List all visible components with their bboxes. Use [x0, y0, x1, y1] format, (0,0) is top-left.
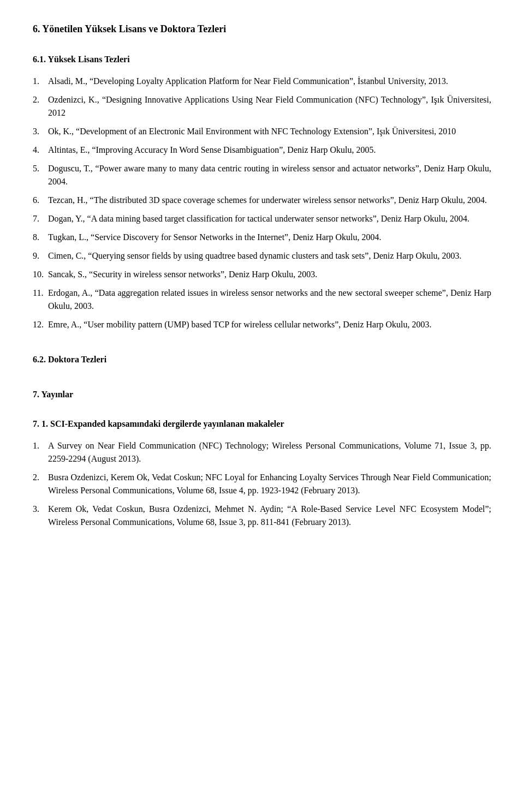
publication-item: 1.A Survey on Near Field Communication (…	[33, 439, 491, 465]
publication-num: 1.	[33, 439, 48, 465]
thesis-num: 4.	[33, 144, 48, 157]
thesis-num: 5.	[33, 162, 48, 188]
publication-num: 3.	[33, 503, 48, 529]
thesis-text: Cimen, C., “Querying sensor fields by us…	[48, 249, 491, 262]
thesis-text: Tezcan, H., “The distributed 3D space co…	[48, 194, 491, 207]
thesis-num: 6.	[33, 194, 48, 207]
thesis-num: 7.	[33, 212, 48, 225]
publication-item: 3.Kerem Ok, Vedat Coskun, Busra Ozdenizc…	[33, 503, 491, 529]
thesis-num: 9.	[33, 249, 48, 262]
thesis-text: Ozdenizci, K., “Designing Innovative App…	[48, 93, 491, 120]
section6-2-title: 6.2. Doktora Tezleri	[33, 353, 491, 366]
thesis-num: 2.	[33, 93, 48, 120]
thesis-item: 4.Altintas, E., “Improving Accuracy In W…	[33, 144, 491, 157]
publication-text: Kerem Ok, Vedat Coskun, Busra Ozdenizci,…	[48, 503, 491, 529]
thesis-item: 12.Emre, A., “User mobility pattern (UMP…	[33, 318, 491, 331]
section6-1-title: 6.1. Yüksek Lisans Tezleri	[33, 53, 491, 66]
thesis-text: Ok, K., “Development of an Electronic Ma…	[48, 125, 491, 138]
thesis-text: Emre, A., “User mobility pattern (UMP) b…	[48, 318, 491, 331]
thesis-num: 3.	[33, 125, 48, 138]
publication-text: Busra Ozdenizci, Kerem Ok, Vedat Coskun;…	[48, 471, 491, 497]
thesis-num: 1.	[33, 75, 48, 88]
publications-list: 1.A Survey on Near Field Communication (…	[33, 439, 491, 529]
thesis-text: Alsadi, M., “Developing Loyalty Applicat…	[48, 75, 491, 88]
thesis-text: Dogan, Y., “A data mining based target c…	[48, 212, 491, 225]
thesis-num: 11.	[33, 286, 48, 313]
thesis-item: 3.Ok, K., “Development of an Electronic …	[33, 125, 491, 138]
thesis-text: Erdogan, A., “Data aggregation related i…	[48, 286, 491, 313]
thesis-text: Sancak, S., “Security in wireless sensor…	[48, 268, 491, 281]
thesis-text: Altintas, E., “Improving Accuracy In Wor…	[48, 144, 491, 157]
thesis-text: Tugkan, L., “Service Discovery for Senso…	[48, 231, 491, 244]
thesis-item: 1.Alsadi, M., “Developing Loyalty Applic…	[33, 75, 491, 88]
publication-item: 2.Busra Ozdenizci, Kerem Ok, Vedat Cosku…	[33, 471, 491, 497]
thesis-item: 11.Erdogan, A., “Data aggregation relate…	[33, 286, 491, 313]
section7-1-title: 7. 1. SCI-Expanded kapsamındaki dergiler…	[33, 417, 491, 431]
publication-text: A Survey on Near Field Communication (NF…	[48, 439, 491, 465]
thesis-item: 9.Cimen, C., “Querying sensor fields by …	[33, 249, 491, 262]
thesis-item: 10.Sancak, S., “Security in wireless sen…	[33, 268, 491, 281]
thesis-item: 5.Doguscu, T., “Power aware many to many…	[33, 162, 491, 188]
section7-title: 7. Yayınlar	[33, 388, 491, 401]
thesis-num: 12.	[33, 318, 48, 331]
thesis-num: 8.	[33, 231, 48, 244]
thesis-num: 10.	[33, 268, 48, 281]
publication-num: 2.	[33, 471, 48, 497]
thesis-item: 2.Ozdenizci, K., “Designing Innovative A…	[33, 93, 491, 120]
thesis-text: Doguscu, T., “Power aware many to many d…	[48, 162, 491, 188]
thesis-item: 8.Tugkan, L., “Service Discovery for Sen…	[33, 231, 491, 244]
thesis-item: 7.Dogan, Y., “A data mining based target…	[33, 212, 491, 225]
section6-title: 6. Yönetilen Yüksek Lisans ve Doktora Te…	[33, 22, 491, 37]
thesis-item: 6.Tezcan, H., “The distributed 3D space …	[33, 194, 491, 207]
theses-list: 1.Alsadi, M., “Developing Loyalty Applic…	[33, 75, 491, 331]
